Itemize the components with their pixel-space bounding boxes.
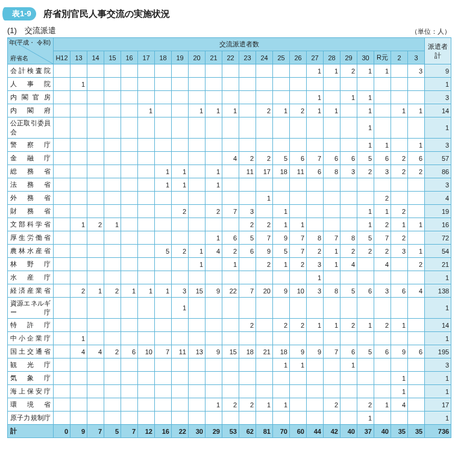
cell [324, 385, 340, 398]
cell: 4 [340, 258, 357, 271]
cell [87, 139, 104, 152]
cell [273, 385, 290, 398]
row-total: 9 [425, 64, 451, 78]
cell [357, 332, 374, 345]
year-header: 18 [155, 51, 172, 64]
cell [324, 78, 340, 91]
cell [256, 319, 273, 332]
cell [121, 152, 138, 165]
cell: 5 [239, 231, 256, 245]
cell [357, 78, 374, 91]
cell [71, 104, 87, 117]
cell [54, 298, 71, 319]
cell [374, 385, 391, 398]
cell: 2 [307, 245, 324, 258]
cell [121, 139, 138, 152]
agency-name: 公正取引委員会 [8, 117, 54, 139]
cell [256, 372, 273, 385]
cell [340, 372, 357, 385]
cell: 10 [290, 284, 307, 298]
cell [172, 385, 189, 398]
cell [256, 298, 273, 319]
cell [87, 398, 104, 412]
table-row: 財 務 省2273111219 [8, 205, 451, 218]
cell [121, 398, 138, 412]
cell [121, 64, 138, 78]
cell [340, 78, 357, 91]
cell [222, 139, 239, 152]
cell [205, 372, 222, 385]
cell [290, 385, 307, 398]
cell: 1 [273, 258, 290, 271]
cell [256, 412, 273, 425]
cell: 3 [239, 205, 256, 218]
cell: 1 [155, 165, 172, 178]
cell [205, 298, 222, 319]
cell: 1 [324, 245, 340, 258]
cell [408, 192, 425, 205]
row-total: 1 [425, 412, 451, 425]
cell [324, 139, 340, 152]
table-row: 内 閣 官 房1113 [8, 91, 451, 104]
cell: 6 [391, 284, 408, 298]
cell: 1 [307, 271, 324, 284]
year-header: 29 [340, 51, 357, 64]
total-cell: 0 [54, 425, 71, 438]
cell [239, 139, 256, 152]
cell: 2 [391, 152, 408, 165]
cell [155, 104, 172, 117]
cell [189, 64, 205, 78]
cell [324, 205, 340, 218]
cell [273, 64, 290, 78]
cell [104, 78, 121, 91]
cell: 6 [222, 231, 239, 245]
cell [87, 359, 104, 372]
cell [87, 332, 104, 345]
cell [374, 104, 391, 117]
cell [138, 218, 155, 231]
cell [71, 117, 87, 139]
cell [324, 412, 340, 425]
cell [205, 218, 222, 231]
cell [71, 139, 87, 152]
year-header: 24 [256, 51, 273, 64]
cell [307, 78, 324, 91]
cell: 6 [324, 152, 340, 165]
row-total: 1 [425, 372, 451, 385]
cell [71, 412, 87, 425]
cell [138, 359, 155, 372]
cell [54, 359, 71, 372]
cell [222, 218, 239, 231]
cell [54, 91, 71, 104]
cell [138, 152, 155, 165]
cell [121, 218, 138, 231]
corner-year-label: 年(平成・ 令和) [9, 39, 51, 46]
cell [87, 245, 104, 258]
cell: 2 [340, 245, 357, 258]
cell: 2 [290, 258, 307, 271]
cell: 7 [222, 205, 239, 218]
cell [222, 165, 239, 178]
cell [54, 332, 71, 345]
table-row: 金 融 庁42256766562657 [8, 152, 451, 165]
cell [205, 152, 222, 165]
cell [239, 332, 256, 345]
cell [222, 64, 239, 78]
dispatch-table: 年(平成・ 令和) 府省名 交流派遣者数 派遣者計 H1213141516171… [7, 37, 451, 438]
cell [256, 117, 273, 139]
cell: 2 [408, 258, 425, 271]
cell [340, 271, 357, 284]
cell [290, 64, 307, 78]
cell [71, 398, 87, 412]
cell: 1 [408, 104, 425, 117]
cell [205, 319, 222, 332]
cell [104, 412, 121, 425]
corner-header: 年(平成・ 令和) 府省名 [8, 38, 54, 64]
cell [205, 91, 222, 104]
cell [189, 385, 205, 398]
cell [138, 165, 155, 178]
cell [239, 412, 256, 425]
cell [324, 359, 340, 372]
cell: 1 [104, 218, 121, 231]
cell: 1 [273, 398, 290, 412]
